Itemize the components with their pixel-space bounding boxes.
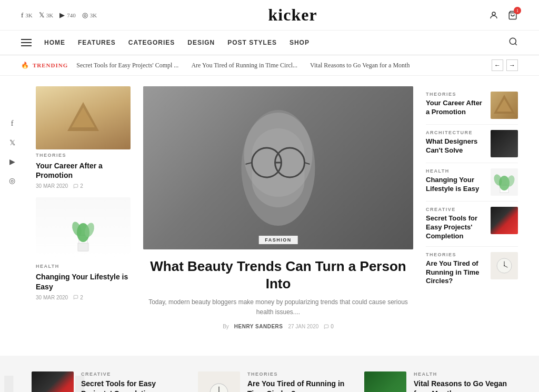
trending-item-1[interactable]: Secret Tools for Easy Projects' Compl ..… xyxy=(76,62,178,69)
right-article-1-category: THEORIES xyxy=(426,92,485,97)
side-facebook-icon[interactable]: f xyxy=(6,118,18,129)
side-youtube-icon[interactable]: ▶ xyxy=(6,156,18,167)
hero-excerpt: Today, modern beauty bloggers make money… xyxy=(148,297,408,317)
facebook-count: 3K xyxy=(25,12,32,18)
right-article-5-thumb[interactable] xyxy=(491,252,518,279)
nav-item-design[interactable]: DESIGN xyxy=(187,38,215,47)
left-article-1-date: 30 MAR 2020 xyxy=(36,183,68,189)
bottom-card-3-thumb[interactable] xyxy=(364,371,406,392)
facebook-icon: f xyxy=(21,11,23,19)
nav-item-categories[interactable]: CATEGORIES xyxy=(128,38,175,47)
right-article-3-thumb[interactable] xyxy=(491,168,518,196)
hero-category-badge: FASHION xyxy=(258,236,298,244)
youtube-count: 740 xyxy=(67,12,76,18)
right-article-1: THEORIES Your Career After a Promotion xyxy=(426,86,518,125)
svg-line-3 xyxy=(515,43,516,45)
bottom-card-3: HEALTH Vital Reasons to Go Vegan for a M… xyxy=(364,371,518,392)
cart-badge: 1 xyxy=(514,7,521,14)
left-article-2-comments: 2 xyxy=(73,295,83,300)
cart-icon[interactable]: 1 xyxy=(507,10,518,21)
svg-point-2 xyxy=(510,38,516,44)
youtube-icon: ▶ xyxy=(59,11,65,19)
top-bar: f 3K 𝕏 3K ▶ 740 ◎ 3K kicker xyxy=(0,0,539,31)
trending-label: 🔥 TRENDING xyxy=(21,62,68,69)
left-article-2-date: 30 MAR 2020 xyxy=(36,295,68,300)
hero-meta: By HENRY SANDERS 27 JAN 2020 0 xyxy=(148,324,408,329)
right-article-5: THEORIES Are You Tired of Running in Tim… xyxy=(426,247,518,292)
hero-image[interactable]: FASHION xyxy=(143,86,413,249)
right-article-2-thumb[interactable] xyxy=(491,130,518,157)
hero-author[interactable]: HENRY SANDERS xyxy=(234,324,283,329)
trending-prev[interactable]: ← xyxy=(492,59,503,71)
side-twitter-icon[interactable]: 𝕏 xyxy=(6,137,18,148)
bottom-cards: CREATIVE Secret Tools for Easy Projects'… xyxy=(32,371,518,392)
trending-item-3[interactable]: Vital Reasons to Go Vegan for a Month xyxy=(310,62,410,69)
svg-rect-7 xyxy=(78,243,88,251)
right-article-4-thumb[interactable] xyxy=(491,207,518,234)
right-article-5-title[interactable]: Are You Tired of Running in Time Circles… xyxy=(426,259,485,286)
hero-title[interactable]: What Beauty Trends Can Turn a Person Int… xyxy=(148,258,408,292)
trending-text: TRENDING xyxy=(33,62,68,68)
social-youtube[interactable]: ▶ 740 xyxy=(59,11,76,19)
trending-bar: 🔥 TRENDING Secret Tools for Easy Project… xyxy=(0,55,539,76)
right-article-3-category: HEALTH xyxy=(426,168,485,174)
instagram-icon: ◎ xyxy=(82,11,88,19)
center-column: FASHION What Beauty Trends Can Turn a Pe… xyxy=(143,86,413,335)
fire-icon: 🔥 xyxy=(21,62,29,69)
main-nav: HOME FEATURES CATEGORIES DESIGN POST STY… xyxy=(0,31,539,55)
nav-left: HOME FEATURES CATEGORIES DESIGN POST STY… xyxy=(21,38,310,47)
nav-links: HOME FEATURES CATEGORIES DESIGN POST STY… xyxy=(44,38,310,47)
left-article-2: HEALTH Changing Your Lifestyle is Easy 3… xyxy=(36,197,131,300)
right-article-3-title[interactable]: Changing Your Lifestyle is Easy xyxy=(426,176,485,194)
nav-item-home[interactable]: HOME xyxy=(44,38,65,47)
trending-next[interactable]: → xyxy=(506,59,518,71)
trending-items: Secret Tools for Easy Projects' Compl ..… xyxy=(76,62,483,69)
svg-rect-13 xyxy=(252,128,305,207)
trending-nav: ← → xyxy=(492,59,518,71)
hamburger-button[interactable] xyxy=(21,39,32,46)
left-article-1: THEORIES Your Career After a Promotion 3… xyxy=(36,86,131,189)
user-icon[interactable] xyxy=(488,10,499,21)
side-social: f 𝕏 ▶ ◎ xyxy=(6,118,18,186)
left-article-2-meta: 30 MAR 2020 2 xyxy=(36,295,131,300)
bottom-card-3-title[interactable]: Vital Reasons to Go Vegan for a Month xyxy=(414,379,518,392)
right-article-2-category: ARCHITECTURE xyxy=(426,130,485,135)
nav-item-shop[interactable]: SHOP xyxy=(290,38,310,47)
nav-item-post-styles[interactable]: POST STYLES xyxy=(227,38,277,47)
left-article-1-thumb[interactable] xyxy=(36,86,131,149)
svg-point-28 xyxy=(504,265,505,266)
left-article-2-thumb[interactable] xyxy=(36,197,131,260)
right-article-1-title[interactable]: Your Career After a Promotion xyxy=(426,99,485,117)
nav-item-features[interactable]: FEATURES xyxy=(78,38,116,47)
right-article-4: CREATIVE Secret Tools for Easy Projects'… xyxy=(426,202,518,247)
site-logo[interactable]: kicker xyxy=(268,5,317,25)
bottom-card-1: CREATIVE Secret Tools for Easy Projects'… xyxy=(32,371,185,392)
left-article-1-comments: 2 xyxy=(73,183,83,189)
social-facebook[interactable]: f 3K xyxy=(21,11,33,19)
social-twitter[interactable]: 𝕏 3K xyxy=(39,11,53,19)
bottom-card-2-category: THEORIES xyxy=(247,371,352,377)
search-icon[interactable] xyxy=(508,37,518,48)
left-article-2-title[interactable]: Changing Your Lifestyle is Easy xyxy=(36,272,131,291)
bottom-section: HH CREATIVE Secret Tools for Easy Projec… xyxy=(0,356,539,392)
right-article-2-title[interactable]: What Designers Can't Solve xyxy=(426,137,485,155)
instagram-count: 3K xyxy=(90,12,97,18)
bottom-card-3-category: HEALTH xyxy=(414,371,518,377)
right-article-1-thumb[interactable] xyxy=(491,92,518,119)
side-instagram-icon[interactable]: ◎ xyxy=(6,175,18,186)
right-column: THEORIES Your Career After a Promotion A… xyxy=(426,86,518,335)
svg-point-0 xyxy=(492,12,495,15)
trending-item-2[interactable]: Are You Tired of Running in Time Circl..… xyxy=(191,62,297,69)
top-right-icons: 1 xyxy=(488,10,518,21)
bottom-card-2-thumb[interactable]: 12 xyxy=(198,371,240,392)
bottom-card-1-thumb[interactable] xyxy=(32,371,74,392)
right-article-5-category: THEORIES xyxy=(426,252,485,257)
right-article-4-title[interactable]: Secret Tools for Easy Projects' Completi… xyxy=(426,214,485,241)
social-instagram[interactable]: ◎ 3K xyxy=(82,11,97,19)
right-article-3: HEALTH Changing Your Lifestyle is Easy xyxy=(426,163,518,202)
hero-comments: 0 xyxy=(324,324,334,329)
bottom-card-2-title[interactable]: Are You Tired of Running in Time Circles… xyxy=(247,379,352,392)
bottom-card-1-title[interactable]: Secret Tools for Easy Projects' Completi… xyxy=(81,379,185,392)
bottom-card-2: 12 THEORIES Are You Tired of Running in … xyxy=(198,371,352,392)
left-article-1-title[interactable]: Your Career After a Promotion xyxy=(36,161,131,180)
